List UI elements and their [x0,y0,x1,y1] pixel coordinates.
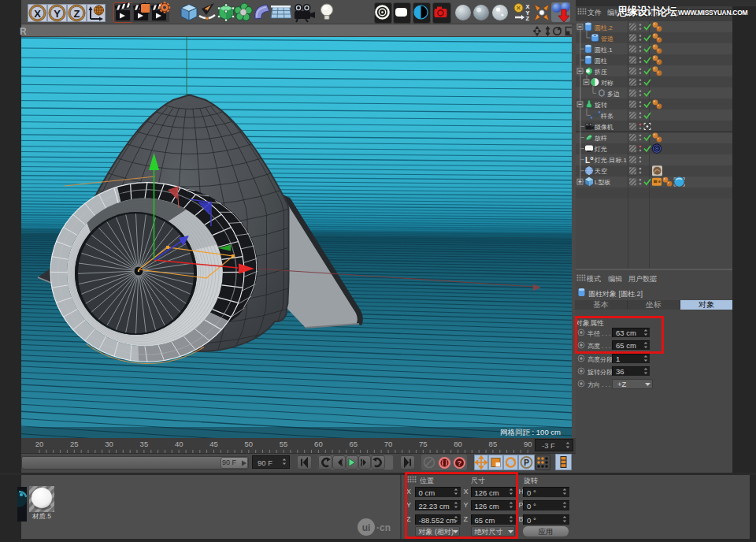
svg-text:90: 90 [524,440,532,448]
svg-text:ui: ui [362,522,371,533]
svg-text:80: 80 [454,440,462,448]
svg-text:对称: 对称 [601,80,613,87]
svg-text:30: 30 [105,440,113,448]
svg-text:圆柱: 圆柱 [595,58,607,65]
svg-text:旋转: 旋转 [595,102,607,109]
svg-text:55: 55 [280,440,288,448]
svg-text:25: 25 [70,440,79,448]
svg-text:灯光: 灯光 [594,146,607,153]
svg-text:Z: Z [73,8,80,20]
svg-text:35: 35 [140,440,149,448]
svg-text:·cn: ·cn [376,522,391,533]
svg-text:50: 50 [245,440,254,448]
svg-text:管道: 管道 [601,35,613,43]
svg-text:60: 60 [314,440,323,448]
svg-text:20: 20 [35,440,44,448]
svg-text:天空: 天空 [595,168,607,175]
svg-text:85: 85 [489,440,498,448]
svg-text:多边: 多边 [607,91,620,98]
svg-text:样条: 样条 [600,113,613,120]
svg-text:圆柱.2: 圆柱.2 [595,24,613,32]
svg-text:L: L [585,156,590,165]
svg-text:o: o [591,155,594,161]
svg-text:Y: Y [54,8,61,20]
svg-text:P: P [524,458,529,467]
svg-text:灯光.目标.1: 灯光.目标.1 [594,157,627,164]
svg-text:65: 65 [349,440,358,448]
svg-text:放样: 放样 [595,135,607,142]
svg-text:圆柱.1: 圆柱.1 [595,46,613,54]
svg-text:L型板: L型板 [595,179,610,186]
svg-text:75: 75 [419,440,428,448]
svg-text:挤压: 挤压 [594,69,607,76]
svg-text:?: ? [458,458,462,467]
svg-text:网格间距 : 100 cm: 网格间距 : 100 cm [500,428,561,436]
svg-text:70: 70 [384,440,393,448]
svg-text:X: X [34,8,41,20]
svg-text:45: 45 [209,440,218,448]
svg-text:摄像机: 摄像机 [594,124,613,131]
svg-text:40: 40 [175,440,183,448]
svg-text:Z: Z [526,15,530,22]
